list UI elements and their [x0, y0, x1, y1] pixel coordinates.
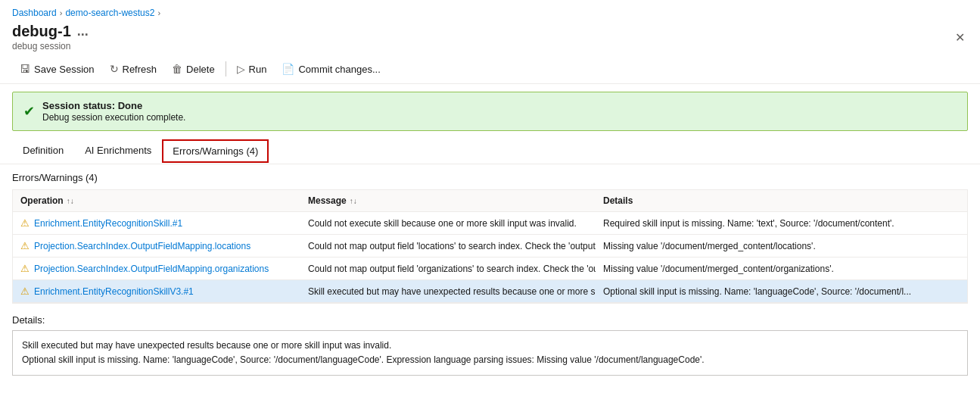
section-title: Errors/Warnings (4): [12, 172, 968, 183]
title-left: debug-1 ... debug session: [12, 23, 89, 52]
row2-details: Missing value '/document/merged_content/…: [596, 235, 967, 257]
title-subtitle: debug session: [12, 41, 89, 52]
table-row[interactable]: ⚠ Enrichment.EntityRecognitionSkill.#1 C…: [13, 212, 967, 235]
row2-message: Could not map output field 'locations' t…: [300, 235, 596, 257]
tab-errors-warnings[interactable]: Errors/Warnings (4): [162, 139, 269, 163]
row2-operation: ⚠ Projection.SearchIndex.OutputFieldMapp…: [13, 235, 300, 257]
tab-definition[interactable]: Definition: [12, 139, 74, 164]
delete-button[interactable]: 🗑 Delete: [164, 59, 222, 79]
col-message-sort[interactable]: ↑↓: [350, 197, 357, 205]
save-session-button[interactable]: 🖫 Save Session: [12, 59, 102, 79]
col-operation-sort[interactable]: ↑↓: [67, 197, 74, 205]
banner-check-icon: ✔: [23, 103, 35, 120]
banner-text: Session status: Done Debug session execu…: [42, 100, 185, 123]
banner-subtitle: Debug session execution complete.: [42, 112, 185, 123]
tab-ai-enrichments[interactable]: AI Enrichments: [74, 139, 162, 164]
title-ellipsis-menu[interactable]: ...: [77, 23, 89, 39]
tabs-container: Definition AI Enrichments Errors/Warning…: [0, 139, 980, 164]
refresh-button[interactable]: ↻ Refresh: [102, 59, 165, 79]
row1-operation: ⚠ Enrichment.EntityRecognitionSkill.#1: [13, 212, 300, 234]
session-banner: ✔ Session status: Done Debug session exe…: [12, 92, 968, 131]
table-header: Operation ↑↓ Message ↑↓ Details: [13, 190, 967, 212]
breadcrumb-sep-2: ›: [157, 8, 160, 17]
close-button[interactable]: ✕: [952, 27, 968, 48]
col-operation-label: Operation: [20, 195, 64, 206]
col-operation: Operation ↑↓: [13, 190, 300, 211]
warn-icon-2: ⚠: [20, 240, 30, 251]
details-line2: Optional skill input is missing. Name: '…: [22, 353, 958, 367]
refresh-icon: ↻: [110, 63, 119, 75]
title-text: debug-1: [12, 23, 71, 40]
banner-title: Session status: Done: [42, 100, 185, 111]
save-icon: 🖫: [20, 63, 30, 75]
commit-button[interactable]: 📄 Commit changes...: [274, 59, 387, 79]
main-content: Errors/Warnings (4) Operation ↑↓ Message…: [0, 164, 980, 383]
delete-label: Delete: [186, 64, 215, 75]
col-details: Details: [596, 190, 967, 211]
table-row[interactable]: ⚠ Projection.SearchIndex.OutputFieldMapp…: [13, 235, 967, 258]
row4-operation: ⚠ Enrichment.EntityRecognitionSkillV3.#1: [13, 280, 300, 302]
toolbar-separator: [226, 61, 226, 76]
table-row[interactable]: ⚠ Enrichment.EntityRecognitionSkillV3.#1…: [13, 280, 967, 303]
details-box: Skill executed but may have unexpected r…: [12, 330, 968, 376]
row3-message: Could not map output field 'organization…: [300, 258, 596, 279]
row3-operation: ⚠ Projection.SearchIndex.OutputFieldMapp…: [13, 258, 300, 279]
run-icon: ▷: [237, 63, 245, 75]
title-row: debug-1 ... debug session ✕: [0, 21, 980, 55]
run-button[interactable]: ▷ Run: [229, 59, 275, 79]
row3-op-text: Projection.SearchIndex.OutputFieldMappin…: [34, 264, 269, 274]
warn-icon-3: ⚠: [20, 263, 30, 274]
row1-message: Could not execute skill because one or m…: [300, 212, 596, 234]
breadcrumb-service[interactable]: demo-search-westus2: [65, 8, 154, 18]
breadcrumb: Dashboard › demo-search-westus2 ›: [0, 0, 980, 21]
details-section: Details: Skill executed but may have une…: [12, 314, 968, 376]
col-message-label: Message: [308, 195, 347, 206]
details-line1: Skill executed but may have unexpected r…: [22, 339, 958, 353]
breadcrumb-sep-1: ›: [60, 8, 63, 17]
row4-message: Skill executed but may have unexpected r…: [300, 280, 596, 302]
row2-op-text: Projection.SearchIndex.OutputFieldMappin…: [34, 241, 250, 251]
row1-op-text: Enrichment.EntityRecognitionSkill.#1: [34, 218, 182, 229]
page-title: debug-1 ...: [12, 23, 89, 40]
errors-table: Operation ↑↓ Message ↑↓ Details ⚠ Enrich…: [12, 189, 968, 304]
row1-details: Required skill input is missing. Name: '…: [596, 212, 967, 234]
col-message: Message ↑↓: [300, 190, 596, 211]
toolbar: 🖫 Save Session ↻ Refresh 🗑 Delete ▷ Run …: [0, 55, 980, 84]
row3-details: Missing value '/document/merged_content/…: [596, 258, 967, 279]
details-label: Details:: [12, 314, 968, 326]
col-details-label: Details: [603, 195, 633, 206]
delete-icon: 🗑: [172, 63, 182, 75]
run-label: Run: [249, 64, 267, 75]
commit-icon: 📄: [282, 63, 294, 75]
breadcrumb-dashboard[interactable]: Dashboard: [12, 8, 57, 18]
row4-details: Optional skill input is missing. Name: '…: [596, 280, 967, 302]
warn-icon-4: ⚠: [20, 286, 30, 297]
row4-op-text: Enrichment.EntityRecognitionSkillV3.#1: [34, 286, 194, 297]
warn-icon-1: ⚠: [20, 217, 30, 229]
commit-label: Commit changes...: [298, 64, 380, 75]
table-row[interactable]: ⚠ Projection.SearchIndex.OutputFieldMapp…: [13, 258, 967, 280]
save-label: Save Session: [34, 64, 95, 75]
refresh-label: Refresh: [123, 64, 157, 75]
